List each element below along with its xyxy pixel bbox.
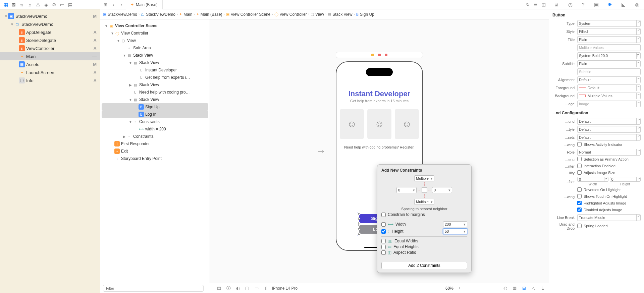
git-icon[interactable]: ⎌	[18, 1, 25, 8]
activity-checkbox[interactable]	[577, 142, 582, 146]
sets-select[interactable]: Default▴▾	[577, 134, 641, 141]
folder-icon[interactable]: ▦	[2, 1, 9, 8]
title-text-input[interactable]: Multiple Values	[577, 44, 641, 51]
breadcrumb[interactable]: ▣StackViewDemo›🗀StackViewDemo›✦Main›✦Mai…	[100, 9, 549, 19]
project-file[interactable]: ▦AssetsM	[0, 60, 100, 68]
breadcrumb-item[interactable]: 🗀StackViewDemo	[141, 12, 175, 17]
width-checkbox[interactable]	[381, 222, 386, 227]
reverses-checkbox[interactable]	[577, 187, 582, 192]
breadcrumb-item[interactable]: ◯View Controller	[274, 12, 307, 17]
contrast-icon[interactable]: ◐	[234, 286, 241, 291]
outline-item[interactable]: ▼▢View	[102, 37, 208, 44]
outline-item[interactable]: 1First Responder	[102, 140, 208, 148]
landscape-icon[interactable]: ▭	[253, 286, 260, 291]
outline-item[interactable]: →Exit	[102, 148, 208, 155]
outline-item[interactable]: ▶▤Stack View	[102, 81, 208, 89]
debug-icon[interactable]: ⚙	[50, 1, 58, 8]
round-select[interactable]: Default▴▾	[577, 118, 641, 125]
role-select[interactable]: Normal▴▾	[577, 149, 641, 156]
book-icon[interactable]: ▤	[66, 1, 74, 8]
interaction-checkbox[interactable]	[577, 164, 582, 168]
help-inspector-icon[interactable]: ?	[582, 2, 584, 7]
aspect-ratio-checkbox[interactable]	[381, 250, 386, 255]
project-file[interactable]: ✦LaunchScreenA	[0, 68, 100, 76]
connections-inspector-icon[interactable]: ◎	[635, 2, 639, 8]
outline-item[interactable]: ▼▫Constraints	[102, 118, 208, 125]
left-spacing[interactable]: 0▾	[396, 187, 417, 193]
bottom-spacing[interactable]: Multiple▾	[414, 199, 434, 205]
zoom-out-icon[interactable]: −	[436, 286, 443, 291]
canvas[interactable]: → Instant Developer Get help from expert…	[210, 19, 549, 283]
editor-tab[interactable]: ✦ Main (Base)	[126, 0, 163, 9]
inspector-body[interactable]: Button TypeSystem▴▾ StyleFilled▴▾ TitleP…	[549, 9, 644, 293]
outline-item[interactable]: LGet help from experts i…	[102, 74, 208, 81]
resolve-icon[interactable]: △	[530, 286, 537, 291]
breadcrumb-item[interactable]: ▣StackViewDemo	[103, 12, 137, 17]
project-file[interactable]: sSceneDelegateA	[0, 36, 100, 44]
background-select[interactable]: Multiple Values▴▾	[577, 93, 641, 99]
device-icon[interactable]: ▢	[244, 286, 251, 291]
font-input[interactable]: System Bold 20.0T▴▾	[577, 52, 641, 59]
warning-icon[interactable]: ⚠	[34, 1, 42, 8]
refresh-icon[interactable]: ↻	[524, 1, 531, 8]
top-spacing[interactable]: Multiple▾	[414, 175, 434, 181]
type-select[interactable]: System▴▾	[577, 20, 641, 27]
add-constraints-popover[interactable]: Add New Constraints Multiple▾ ┆ 0▾ ┈ ┈ 0…	[377, 164, 472, 273]
project-file[interactable]: sAppDelegateA	[0, 28, 100, 36]
project-group[interactable]: ▼ 🗀 StackViewDemo	[0, 20, 100, 28]
file-inspector-icon[interactable]: 🗎	[554, 2, 559, 7]
foreground-select[interactable]: Default▴▾	[577, 84, 641, 91]
back-icon[interactable]: ‹	[110, 1, 117, 8]
outline-item[interactable]: ▼▤Stack View	[102, 59, 208, 66]
breadcrumb-item[interactable]: ▢View	[311, 12, 324, 17]
alignment-select[interactable]: Default▴▾	[577, 76, 641, 83]
primary-action-checkbox[interactable]	[577, 157, 582, 161]
search-icon[interactable]: ⌕	[26, 1, 34, 8]
tag-icon[interactable]: ◈	[42, 1, 50, 8]
image-select[interactable]: Image▴▾	[577, 101, 641, 107]
height-checkbox[interactable]	[381, 229, 386, 234]
breadcrumb-item[interactable]: ▤Stack View	[328, 12, 352, 17]
x-square-icon[interactable]: ⊠	[10, 1, 17, 8]
height-input[interactable]: 50▾	[443, 228, 467, 234]
outline-item[interactable]: BSign Up	[102, 103, 208, 111]
project-file[interactable]: ⓘInfoA	[0, 76, 100, 84]
equal-heights-checkbox[interactable]	[381, 245, 386, 249]
disabled-adj-checkbox[interactable]	[577, 208, 582, 212]
phone-icon[interactable]: ▯	[263, 286, 269, 291]
align-icon[interactable]: ▦	[511, 286, 518, 291]
outline-item[interactable]: BLog In	[102, 111, 208, 118]
outline-item[interactable]: ▼▤Stack View	[102, 96, 208, 103]
style2-select[interactable]: Default▴▾	[577, 126, 641, 133]
line-break-select[interactable]: Truncate Middle▴▾	[577, 214, 641, 221]
outline-item[interactable]: →Storyboard Entry Point	[102, 155, 208, 162]
breadcrumb-item[interactable]: ▣View Controller Scene	[226, 12, 271, 17]
list-icon[interactable]: ☰	[532, 1, 539, 8]
outline-item[interactable]: ▫Safe Area	[102, 44, 208, 52]
project-file[interactable]: sViewControllerA	[0, 44, 100, 52]
project-root[interactable]: ▼ ▣ StackViewDemo M	[0, 12, 100, 20]
outline-icon[interactable]: ▤	[216, 286, 222, 291]
adjusts-image-checkbox[interactable]	[577, 170, 582, 175]
project-file[interactable]: ✦Main—	[0, 52, 100, 60]
identity-inspector-icon[interactable]: ▣	[594, 2, 599, 8]
grid-icon[interactable]: ⊞	[102, 1, 109, 8]
project-navigator[interactable]: ▼ ▣ StackViewDemo M ▼ 🗀 StackViewDemo sA…	[0, 9, 100, 293]
outline-item[interactable]: ▶▫Constraints	[102, 133, 208, 140]
outline-item[interactable]: LNeed help with coding pro…	[102, 89, 208, 96]
document-outline[interactable]: ▼▣View Controller Scene▼◯View Controller…	[100, 19, 210, 283]
pin-icon[interactable]: ⊞	[521, 286, 527, 291]
highlighted-adj-checkbox[interactable]	[577, 201, 582, 205]
outline-item[interactable]: LInstant Developer	[102, 66, 208, 74]
width-input[interactable]: 200▾	[443, 221, 467, 227]
embed-icon[interactable]: ◎	[502, 286, 508, 291]
info-icon[interactable]: ⓘ	[225, 285, 232, 291]
spring-loaded-checkbox[interactable]	[577, 224, 582, 228]
offset-height-input[interactable]: 0▴▾	[610, 177, 641, 182]
rect-icon[interactable]: ▭	[58, 1, 66, 8]
outline-item[interactable]: ▼◯View Controller	[102, 30, 208, 37]
title-select[interactable]: Plain▴▾	[577, 36, 641, 43]
history-inspector-icon[interactable]: ◷	[568, 2, 573, 8]
size-inspector-icon[interactable]: ◣	[622, 2, 626, 8]
breadcrumb-item[interactable]: ✦Main (Base)	[196, 12, 222, 17]
